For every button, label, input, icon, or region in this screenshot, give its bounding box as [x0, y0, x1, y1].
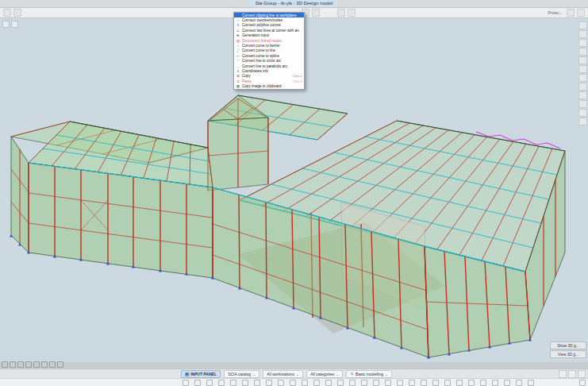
- filter-dropdown[interactable]: SCIA catalog ⌄: [224, 370, 259, 378]
- tool-icon[interactable]: [444, 380, 451, 386]
- tool-icon[interactable]: [480, 380, 486, 386]
- menu-item-label: Coordinates info: [240, 69, 268, 73]
- zoom-window-icon[interactable]: [578, 30, 587, 38]
- context-menu-item[interactable]: ∠ Connect two lines at corner with an…: [234, 28, 304, 33]
- clipping-box-icon[interactable]: [578, 83, 587, 91]
- dropdown-label: SCIA catalog: [228, 372, 251, 376]
- tool-icon[interactable]: [206, 380, 213, 386]
- view-top-icon[interactable]: [578, 65, 587, 73]
- menu-item-shortcut: Ctrl+C: [290, 74, 302, 78]
- menu-item-label: Paste: [240, 79, 252, 83]
- tool-icon[interactable]: [349, 380, 355, 386]
- layout-icon[interactable]: [567, 9, 575, 17]
- tool-icon[interactable]: [10, 361, 16, 368]
- tool-icon[interactable]: [468, 380, 475, 386]
- tool-icon[interactable]: [325, 380, 332, 386]
- ucs-icon[interactable]: [2, 21, 10, 28]
- dropdown-label: All workstations: [267, 372, 294, 376]
- menu-item-label: Convert curve to bezier: [240, 44, 280, 48]
- bottom-bar: ▤ INPUT PANEL SCIA catalog ⌄ All worksta…: [0, 369, 588, 378]
- tool-icon[interactable]: [313, 380, 320, 386]
- rotate-view-icon[interactable]: [578, 48, 587, 56]
- tool-icon[interactable]: [25, 361, 32, 368]
- tool-icon[interactable]: [278, 380, 284, 386]
- mode-label: Basic modelling: [355, 372, 383, 376]
- tool-icon[interactable]: [183, 380, 189, 386]
- tool-icon[interactable]: [528, 380, 534, 386]
- view-toolbar: [578, 21, 587, 125]
- pan-icon[interactable]: [578, 39, 587, 47]
- tool-icon[interactable]: [516, 380, 522, 386]
- menu-icon[interactable]: [3, 9, 11, 17]
- tool-icon[interactable]: [290, 380, 296, 386]
- topbar-left-icons: [3, 9, 21, 17]
- tool-icon[interactable]: [385, 380, 391, 386]
- corner-tools: [579, 380, 586, 386]
- tool-icon[interactable]: [254, 380, 260, 386]
- workspace-icon[interactable]: [13, 9, 21, 17]
- menu-item-label: Connect members/nodes: [240, 18, 282, 22]
- tool-icon[interactable]: [242, 380, 248, 386]
- tool-icon[interactable]: [2, 361, 8, 368]
- window-title: Sla Group - ib-yls - 3D Design model: [251, 0, 338, 7]
- tool-icon[interactable]: [421, 380, 427, 386]
- tool-icon[interactable]: [492, 380, 498, 386]
- modelling-tools: [183, 380, 534, 386]
- tool-icon[interactable]: [194, 380, 201, 386]
- menu-item-label: Convert curve to spline: [240, 54, 279, 58]
- tool-icon[interactable]: [41, 361, 48, 368]
- locate-icon[interactable]: [337, 9, 345, 17]
- tool-icon[interactable]: [409, 380, 415, 386]
- tool-icon[interactable]: [337, 380, 344, 386]
- zoom-all-icon[interactable]: [578, 21, 587, 29]
- view-3d-grid-button[interactable]: View 3D g...: [550, 350, 586, 358]
- bottom-bar-controls: ▤ INPUT PANEL SCIA catalog ⌄ All worksta…: [181, 370, 392, 378]
- tool-icon[interactable]: [49, 361, 56, 368]
- menu-item-label: Convert line to circle arc: [240, 59, 281, 63]
- view-front-icon[interactable]: [578, 56, 587, 64]
- help-circle-icon[interactable]: [348, 9, 355, 17]
- input-panel-label: INPUT PANEL: [190, 372, 217, 376]
- context-menu: ▧ Convert clipping line to workplane ⌖ C…: [233, 12, 305, 90]
- theme-icon[interactable]: [578, 370, 586, 378]
- menu-item-label: Generation input: [240, 33, 269, 37]
- mode-icon: ✎: [350, 372, 354, 376]
- tool-icon[interactable]: [432, 380, 439, 386]
- tool-icon[interactable]: [579, 380, 586, 386]
- grid-icon[interactable]: [11, 21, 18, 28]
- list-icon[interactable]: [568, 370, 576, 378]
- filter-dropdown[interactable]: All categories ⌄: [306, 370, 343, 378]
- menu-item-label: Connect polyline curves: [240, 23, 281, 27]
- tool-icon[interactable]: [218, 380, 225, 386]
- tool-icon[interactable]: [397, 380, 403, 386]
- tool-icon[interactable]: [33, 361, 40, 368]
- chevron-down-icon: ⌄: [336, 372, 339, 376]
- dropdown-label: All categories: [310, 372, 334, 376]
- context-menu-item[interactable]: ▦ Copy image to clipboard: [234, 83, 304, 88]
- tool-icon[interactable]: [57, 361, 63, 368]
- tool-icon[interactable]: [361, 380, 367, 386]
- layers-icon[interactable]: [578, 109, 587, 117]
- tool-icon[interactable]: [373, 380, 379, 386]
- pin-icon[interactable]: [312, 9, 320, 17]
- viewport-corner-icons: [2, 21, 18, 28]
- filter-dropdown[interactable]: All workstations ⌄: [263, 370, 303, 378]
- input-panel-button[interactable]: ▤ INPUT PANEL: [181, 370, 221, 378]
- dock-icon[interactable]: [559, 370, 567, 378]
- visibility-icon[interactable]: [578, 100, 587, 108]
- render-mode-icon[interactable]: [578, 91, 587, 99]
- tool-icon[interactable]: [456, 380, 463, 386]
- more-options-icon[interactable]: [577, 9, 585, 17]
- context-menu-item[interactable]: ▧ Convert clipping line to workplane: [234, 13, 304, 17]
- quick-access-toolbar: [2, 361, 63, 368]
- tool-icon[interactable]: [302, 380, 308, 386]
- tool-icon[interactable]: [504, 380, 510, 386]
- tool-icon[interactable]: [230, 380, 236, 386]
- chevron-down-icon: ⌄: [296, 372, 299, 376]
- perspective-icon[interactable]: [578, 74, 587, 82]
- tool-icon[interactable]: [17, 361, 24, 368]
- mode-dropdown[interactable]: ✎ Basic modelling ⌄: [346, 370, 392, 378]
- tool-icon[interactable]: [266, 380, 272, 386]
- show-3d-grid-button[interactable]: Show 3D g...: [550, 342, 586, 349]
- view-settings-icon[interactable]: [578, 118, 587, 125]
